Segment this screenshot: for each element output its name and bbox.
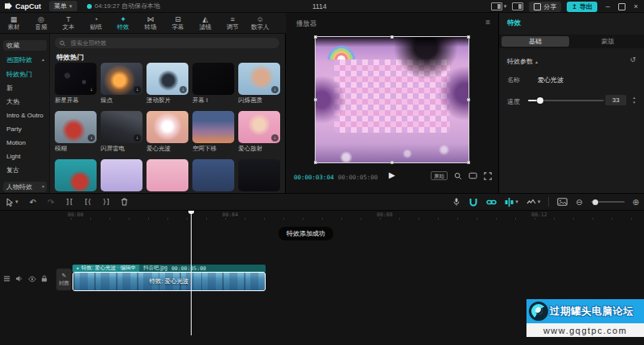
effect-thumbnail[interactable] xyxy=(238,159,280,191)
video-clip-selected[interactable]: 特效: 爱心光波 xyxy=(72,272,266,291)
minimize-button[interactable]: – xyxy=(603,2,613,10)
effect-thumbnail[interactable]: ↓ xyxy=(101,111,142,143)
export-button[interactable]: ↥ 导出 xyxy=(567,2,597,12)
cover-edit-button[interactable]: ✎ 封面 xyxy=(56,269,72,290)
timeline[interactable]: 00:00 00:04 00:08 00:12 特效添加成功 ✎ 封面 ✦ 特效… xyxy=(0,211,644,345)
effect-card[interactable]: ↓漫动胶片 xyxy=(147,63,188,105)
effect-card[interactable] xyxy=(238,159,280,191)
undo-button[interactable]: ↶ xyxy=(30,198,36,207)
tab-transition[interactable]: ⋈转场 xyxy=(137,15,164,31)
nav-character-effects[interactable]: 人物特效▾ xyxy=(3,182,47,192)
nav-retro[interactable]: 复古 xyxy=(3,165,47,175)
tab-media[interactable]: ▦素材 xyxy=(0,15,27,31)
tab-sticker[interactable]: ◔贴纸 xyxy=(82,15,109,31)
selection-handle[interactable] xyxy=(390,161,394,164)
effect-card[interactable]: ↓闪屏雷电 xyxy=(101,111,142,153)
slider-handle[interactable] xyxy=(537,97,543,104)
zoom-handle[interactable] xyxy=(592,199,598,205)
video-preview[interactable] xyxy=(316,37,469,162)
preview-axis-toggle[interactable]: ▾ xyxy=(505,198,518,207)
effect-thumbnail[interactable] xyxy=(55,159,97,191)
effect-thumbnail[interactable]: ↓ xyxy=(55,63,97,95)
nav-new[interactable]: 新 xyxy=(3,83,47,93)
nav-effects-hot[interactable]: 特效热门 xyxy=(3,69,47,80)
zoom-in-icon[interactable]: ⊕ xyxy=(633,198,639,207)
effect-thumbnail[interactable]: ↓ xyxy=(238,63,280,95)
mute-track-icon[interactable] xyxy=(15,275,23,282)
nav-trending[interactable]: 大热 xyxy=(3,97,47,107)
magnifier-icon[interactable] xyxy=(454,172,462,180)
link-clips-toggle[interactable] xyxy=(486,198,497,207)
trim-left-button[interactable]: [⟨ xyxy=(84,198,91,206)
nav-party[interactable]: Party xyxy=(3,124,47,134)
select-tool-button[interactable]: ▾ xyxy=(6,198,19,207)
tab-basic[interactable]: 基础 xyxy=(502,36,569,47)
nav-light[interactable]: Light xyxy=(3,151,47,162)
reset-icon[interactable]: ↺ xyxy=(630,55,636,64)
effect-thumbnail[interactable] xyxy=(101,159,142,191)
speed-slider[interactable] xyxy=(528,100,604,101)
selection-handle[interactable] xyxy=(314,35,317,39)
fullscreen-icon[interactable] xyxy=(484,172,492,180)
effect-card[interactable]: ↓爱心放射 xyxy=(238,111,280,153)
effect-card[interactable]: ↓闪烁画质 xyxy=(238,63,280,105)
search-input[interactable] xyxy=(69,39,275,47)
tab-adjust[interactable]: ≡调节 xyxy=(219,15,246,31)
delete-button[interactable] xyxy=(121,198,128,206)
timeline-zoom-slider[interactable] xyxy=(591,201,625,203)
effect-card[interactable]: 空间下移 xyxy=(192,111,234,153)
effect-thumbnail[interactable] xyxy=(192,111,234,143)
effect-thumbnail[interactable]: ↓ xyxy=(101,63,142,95)
selection-handle[interactable] xyxy=(314,161,317,164)
selection-handle[interactable] xyxy=(314,98,317,101)
effect-thumbnail[interactable] xyxy=(147,111,188,143)
effect-card[interactable]: 开幕 I xyxy=(192,63,234,105)
selection-handle[interactable] xyxy=(467,35,470,39)
effect-card[interactable]: ↓燥点 xyxy=(101,63,142,105)
tab-audio[interactable]: ◎音频 xyxy=(27,15,55,31)
stepper-down-icon[interactable]: ▾ xyxy=(633,100,635,105)
tab-text[interactable]: T文本 xyxy=(55,15,82,31)
player-menu-icon[interactable]: ≡ xyxy=(485,18,490,27)
effect-thumbnail[interactable] xyxy=(147,159,188,191)
tab-filters[interactable]: ◭滤镜 xyxy=(192,15,219,31)
redo-button[interactable]: ↷ xyxy=(47,198,54,207)
panel-layout-button[interactable] xyxy=(512,2,523,10)
split-button[interactable]: ][ xyxy=(65,198,72,206)
params-section-header[interactable]: 特效参数▴ xyxy=(507,57,538,66)
nav-intro-outro[interactable]: Intro & Outro xyxy=(3,110,47,121)
magnet-snap-toggle[interactable] xyxy=(469,198,478,207)
tab-effects[interactable]: ✦特效 xyxy=(109,15,137,31)
nav-favorites[interactable]: 收藏 xyxy=(3,40,47,51)
selection-handle[interactable] xyxy=(390,35,394,39)
record-voiceover-icon[interactable] xyxy=(452,197,460,207)
hide-track-icon[interactable] xyxy=(28,276,36,282)
preview-quality-button[interactable]: 原始 xyxy=(431,171,448,180)
layout-select-button[interactable]: ▾ xyxy=(491,2,507,10)
speed-value-input[interactable]: 33 xyxy=(605,95,626,105)
play-button[interactable]: ▶ xyxy=(389,170,395,179)
tab-captions[interactable]: ⊟字幕 xyxy=(164,15,192,31)
search-box[interactable] xyxy=(55,38,279,48)
tab-mask[interactable]: 蒙版 xyxy=(574,36,642,47)
effect-card[interactable]: ↓模糊 xyxy=(55,111,97,153)
zoom-out-icon[interactable]: ⊖ xyxy=(576,198,582,207)
effect-card-applied[interactable]: 爱心光波 xyxy=(147,111,188,153)
effect-card[interactable]: ↓新星开幕 xyxy=(55,63,97,105)
maximize-button[interactable] xyxy=(618,3,625,10)
lock-track-icon[interactable] xyxy=(41,275,47,282)
effect-card[interactable] xyxy=(55,159,97,191)
nav-screen-effects[interactable]: 画面特效▴ xyxy=(3,55,47,65)
playhead[interactable] xyxy=(191,211,192,335)
share-button[interactable]: 分享 xyxy=(529,2,561,12)
timeline-ruler[interactable]: 00:00 00:04 00:08 00:12 xyxy=(48,211,644,220)
effect-card[interactable] xyxy=(101,159,142,191)
effect-thumbnail[interactable]: ↓ xyxy=(238,111,280,143)
effect-track-bar[interactable]: ✦ 特效: 爱心光波 · 编辑中 抖音吧.jpg 00:00:05:00 xyxy=(72,265,266,272)
selection-handle[interactable] xyxy=(467,161,470,164)
effect-thumbnail[interactable]: ↓ xyxy=(55,111,97,143)
close-button[interactable]: × xyxy=(631,2,641,10)
speed-stepper[interactable]: ▴▾ xyxy=(633,95,635,105)
ratio-icon[interactable] xyxy=(469,172,477,179)
effect-thumbnail[interactable] xyxy=(192,159,234,191)
